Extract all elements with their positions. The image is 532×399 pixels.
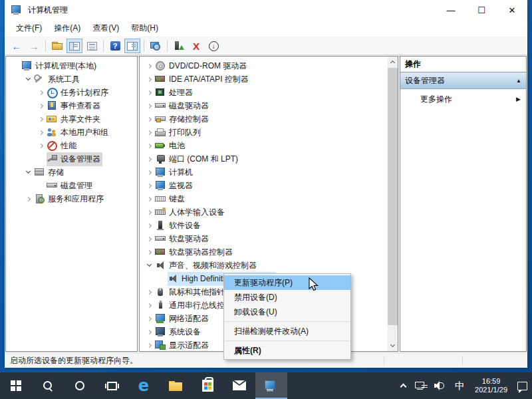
close-button[interactable]: ✕ — [497, 0, 527, 20]
item-body[interactable]: 监视器 — [155, 179, 195, 193]
chevron-collapsed-icon[interactable] — [144, 344, 155, 347]
show-console-tree-button[interactable] — [66, 39, 82, 53]
disable-device-button[interactable]: ↓ — [205, 39, 221, 53]
mail-taskbar-button[interactable] — [223, 372, 255, 399]
tree-item[interactable]: 系统工具 — [6, 72, 137, 86]
more-actions-item[interactable]: 更多操作 ▶ — [400, 89, 526, 109]
tray-expand-tray-button[interactable] — [396, 372, 410, 399]
chevron-collapsed-icon[interactable] — [144, 78, 155, 81]
tree-item[interactable]: DVD/CD-ROM 驱动器 — [140, 59, 387, 72]
item-body[interactable]: 电池 — [155, 139, 187, 153]
tree-item[interactable]: 处理器 — [140, 86, 387, 99]
scan-hardware-changes-button[interactable] — [148, 39, 164, 53]
tree-item[interactable]: 软盘驱动器 — [140, 232, 387, 245]
menu-item-1[interactable]: 操作(A) — [48, 20, 86, 37]
item-body[interactable]: 软件设备 — [155, 219, 203, 233]
item-body[interactable]: 磁盘管理 — [47, 179, 94, 193]
ime-tray-button[interactable]: 中 — [450, 372, 469, 399]
menu-item-2[interactable]: 查看(V) — [86, 20, 125, 37]
network-tray-button[interactable] — [410, 372, 430, 399]
folder-up-button[interactable] — [49, 39, 65, 53]
item-body[interactable]: 软盘驱动器 — [155, 232, 211, 246]
volume-tray-button[interactable] — [430, 372, 450, 399]
item-body[interactable]: 声音、视频和游戏控制器 — [155, 259, 259, 273]
tree-item[interactable]: 存储 — [6, 166, 137, 179]
update-driver-button[interactable] — [171, 39, 187, 53]
menu-item-3[interactable]: 帮助(H) — [125, 20, 164, 37]
help-button[interactable]: ? — [107, 39, 123, 53]
tree-item[interactable]: 打印队列 — [140, 126, 387, 139]
chevron-collapsed-icon[interactable] — [144, 291, 155, 294]
item-body[interactable]: 性能 — [47, 139, 78, 153]
item-body[interactable]: 任务计划程序 — [47, 86, 110, 100]
tree-item[interactable]: 任务计划程序 — [6, 86, 137, 99]
scroll-down-icon[interactable] — [388, 340, 398, 351]
chevron-collapsed-icon[interactable] — [144, 171, 155, 174]
chevron-collapsed-icon[interactable] — [144, 317, 155, 321]
chevron-collapsed-icon[interactable] — [144, 198, 155, 201]
edge-taskbar-button[interactable]: e — [128, 372, 160, 399]
back-button[interactable]: ← — [9, 39, 25, 53]
tree-item[interactable]: 端口 (COM 和 LPT) — [140, 152, 387, 166]
context-menu-item[interactable]: 扫描检测硬件改动(A) — [224, 324, 350, 338]
show-action-pane-button[interactable] — [124, 39, 140, 53]
context-menu-item[interactable]: 禁用设备(D) — [224, 290, 350, 305]
item-body[interactable]: 计算机 — [155, 166, 195, 180]
file-explorer-taskbar-button[interactable] — [160, 372, 192, 399]
uninstall-device-button[interactable]: X — [188, 39, 204, 53]
collapse-icon[interactable]: ▲ — [516, 78, 521, 84]
tree-item[interactable]: 计算机 — [140, 166, 387, 179]
context-menu-item[interactable]: 卸载设备(U) — [224, 305, 350, 319]
chevron-collapsed-icon[interactable] — [35, 91, 47, 94]
selected-item[interactable]: 设备管理器 — [47, 152, 102, 166]
chevron-collapsed-icon[interactable] — [144, 211, 155, 214]
actions-section-device-manager[interactable]: 设备管理器 ▲ — [400, 72, 526, 89]
start-taskbar-button[interactable] — [0, 372, 32, 399]
item-body[interactable]: 软盘驱动器控制器 — [155, 245, 235, 259]
cortana-taskbar-button[interactable] — [64, 372, 96, 399]
tree-item[interactable]: 共享文件夹 — [6, 112, 137, 126]
chevron-collapsed-icon[interactable] — [144, 144, 155, 148]
item-body[interactable]: 计算机管理(本地) — [21, 59, 98, 73]
chevron-collapsed-icon[interactable] — [144, 237, 155, 241]
tree-item[interactable]: 键盘 — [140, 192, 387, 205]
chevron-collapsed-icon[interactable] — [144, 184, 155, 188]
tree-item[interactable]: 设备管理器 — [6, 152, 137, 166]
item-body[interactable]: 系统工具 — [34, 72, 82, 86]
chevron-collapsed-icon[interactable] — [35, 144, 47, 148]
tree-item[interactable]: 磁盘驱动器 — [140, 99, 387, 112]
minimize-button[interactable]: — — [436, 0, 466, 20]
tree-item[interactable]: 软盘驱动器控制器 — [140, 245, 387, 259]
chevron-expanded-icon[interactable] — [23, 172, 34, 173]
item-body[interactable]: 磁盘驱动器 — [155, 99, 211, 113]
tree-item[interactable]: 声音、视频和游戏控制器 — [140, 259, 387, 272]
chevron-collapsed-icon[interactable] — [35, 131, 47, 134]
chevron-collapsed-icon[interactable] — [35, 118, 47, 121]
tree-item[interactable]: 人体学输入设备 — [140, 205, 387, 219]
chevron-collapsed-icon[interactable] — [144, 131, 155, 134]
tree-item[interactable]: 电池 — [140, 139, 387, 152]
chevron-collapsed-icon[interactable] — [144, 304, 155, 307]
action-center-button[interactable] — [513, 372, 532, 399]
item-body[interactable]: 事件查看器 — [47, 99, 102, 113]
tree-item[interactable]: 计算机管理(本地) — [6, 59, 137, 72]
tree-item[interactable]: 磁盘管理 — [6, 179, 137, 192]
item-body[interactable]: 人体学输入设备 — [155, 205, 227, 219]
chevron-collapsed-icon[interactable] — [35, 104, 47, 108]
item-body[interactable]: 存储 — [34, 166, 66, 180]
context-menu-item[interactable]: 更新驱动程序(P) — [224, 275, 350, 290]
item-body[interactable]: 服务和应用程序 — [34, 192, 106, 206]
item-body[interactable]: 共享文件夹 — [47, 112, 102, 126]
chevron-collapsed-icon[interactable] — [144, 91, 155, 94]
task-view-taskbar-button[interactable] — [96, 372, 128, 399]
tree-item[interactable]: 本地用户和组 — [6, 126, 137, 139]
chevron-expanded-icon[interactable] — [23, 78, 34, 80]
store-taskbar-button[interactable] — [192, 372, 223, 399]
taskbar-clock[interactable]: 16:59 2021/1/29 — [469, 372, 513, 399]
item-body[interactable]: 打印队列 — [155, 126, 203, 140]
menu-item-0[interactable]: 文件(F) — [10, 20, 48, 37]
chevron-collapsed-icon[interactable] — [23, 198, 34, 201]
chevron-expanded-icon[interactable] — [144, 265, 155, 266]
search-taskbar-button[interactable] — [32, 372, 64, 399]
context-menu-item[interactable]: 属性(R) — [224, 343, 350, 358]
